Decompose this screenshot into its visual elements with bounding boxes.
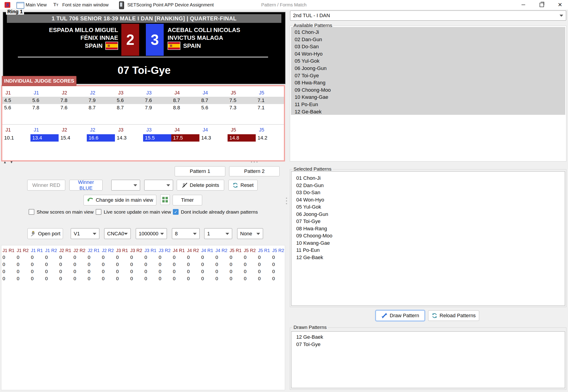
individual-judge-scores-label: INDIVIDUAL JUDGE SCORES [2,76,76,86]
score-combo-2[interactable] [144,180,173,191]
list-item[interactable]: 10 Kwang-Gae [291,239,565,247]
baud-rate-combo[interactable]: 1000000 [136,228,167,239]
list-item[interactable]: 03 Do-San [291,43,565,50]
winner-blue-label: Winner BLUE [71,179,101,191]
pattern2-button[interactable]: Pattern 2 [229,166,280,176]
minimize-button[interactable] [517,0,530,10]
arrow-down-icon: ▼ [10,160,13,164]
winner-red-button[interactable]: Winner RED [27,180,65,191]
drawn-patterns-list[interactable]: 12 Ge-Baek07 Toi-Gye [291,331,565,388]
list-item[interactable]: 07 Toi-Gye [291,72,565,79]
chevron-down-icon [166,184,170,186]
list-item[interactable]: 06 Joong-Gun [291,65,565,72]
list-item[interactable]: 09 Choong-Moo [291,86,565,94]
list-item[interactable]: 05 Yul-Gok [291,203,565,211]
grid-cell: 0 [172,262,186,267]
delete-points-button[interactable]: Delete points [177,180,224,191]
grid-cell: 0 [129,269,143,274]
checkbox-live-score[interactable]: Live score update on main view [96,209,171,215]
list-item[interactable]: 05 Yul-Gok [291,57,565,65]
category-combo[interactable]: 2nd TUL - I DAN [290,11,566,21]
stop-bits-combo[interactable]: 1 [204,228,232,239]
grid-column-header: J2 R2 [72,248,87,253]
score-combo-1[interactable] [111,180,140,191]
menu-device-assignment[interactable]: SETScoring Point APP Device Assignment [127,0,214,10]
total-score-cell: 10.1 [2,135,30,141]
total-score-cell: 14.8 [227,134,256,141]
collapse-arrows[interactable]: ▲▼ [3,160,13,164]
score-cell: 7.1 [256,105,284,111]
judge-column-header: J2 [59,127,87,133]
menu-main-view[interactable]: Main View [26,0,47,10]
grid-column-header: J4 R1 [200,248,214,253]
horizontal-splitter[interactable] [251,161,257,163]
grid-cell: 0 [271,276,285,281]
grid-column-header: J2 R1 [58,248,72,253]
blue-competitor-name: ACEBAL COLLI NICOLAS [168,26,240,34]
list-item[interactable]: 12 Ge-Baek [291,108,565,115]
menu-font-size[interactable]: Font size main window [62,0,108,10]
list-item[interactable]: 01 Chon-Ji [291,28,565,36]
delete-points-icon [182,182,188,188]
list-item[interactable]: 03 Do-San [291,189,565,196]
list-item[interactable]: 07 Toi-Gye [291,218,565,225]
judge-column-header: J4 [171,90,199,96]
list-item[interactable]: 11 Po-Eun [291,247,565,254]
red-score: 2 [121,24,139,56]
maximize-button[interactable] [535,0,549,10]
reload-patterns-button[interactable]: Reload Patterns [428,310,479,321]
winner-blue-button[interactable]: Winner BLUE [69,180,103,191]
grid-cell: 0 [15,269,30,274]
draw-pattern-button[interactable]: Draw Pattern [376,310,425,321]
score-cell: 7.6 [143,98,171,103]
grid-cell: 0 [115,276,129,281]
grid-cell: 0 [172,254,186,260]
parity-combo[interactable]: None [237,228,263,239]
grid-cell: 0 [158,254,172,260]
reset-label: Reset [240,182,254,188]
selected-patterns-list[interactable]: 01 Chon-Ji02 Dan-Gun03 Do-San04 Won-Hyo0… [291,171,565,306]
list-item[interactable]: 04 Won-Hyo [291,196,565,204]
checkbox-dont-include-drawn[interactable]: ✓ Dont include already drawn patterns [173,209,258,215]
list-item[interactable]: 02 Dan-Gun [291,182,565,189]
port-name-combo[interactable]: CNCA0 [104,228,131,239]
list-item[interactable]: 08 Hwa-Rang [291,225,565,232]
reset-button[interactable]: Reset [228,180,257,191]
list-item[interactable]: 10 Kwang-Gae [291,94,565,101]
green-squares-icon [162,197,168,202]
change-side-button[interactable]: Change side in main view [84,195,156,205]
total-score-cell: 16.6 [87,134,115,141]
vertical-splitter[interactable] [286,198,287,204]
port-version-combo[interactable]: V1 [71,228,99,239]
grid-cell: 0 [228,269,243,274]
available-patterns-list[interactable]: 01 Chon-Ji02 Dan-Gun03 Do-San04 Won-Hyo0… [291,27,565,115]
grid-cell: 0 [115,262,129,267]
list-item[interactable]: 01 Chon-Ji [291,174,565,182]
drawn-patterns-label: Drawn Patterns [292,324,328,330]
screen-layout-button[interactable] [160,194,170,205]
list-item[interactable]: 08 Hwa-Rang [291,79,565,86]
grid-cell: 0 [214,254,228,260]
grid-cell: 0 [186,269,200,274]
judge-column-header: J1 [30,90,59,96]
list-item[interactable]: 06 Joong-Gun [291,211,565,218]
device-data-grid: J1 R1J1 R2J1 R1J1 R2J2 R1J2 R2J2 R1J2 R2… [1,245,285,390]
open-port-button[interactable]: Open port [28,228,63,239]
checkbox-show-scores[interactable]: Show scores on main view [29,209,94,215]
reload-patterns-label: Reload Patterns [440,313,476,319]
list-item[interactable]: 02 Dan-Gun [291,36,565,43]
main-view-icon [16,2,24,9]
list-item[interactable]: 09 Choong-Moo [291,232,565,239]
timer-button[interactable]: Timer [173,195,202,205]
judge-column-header: J5 [227,127,256,133]
list-item[interactable]: 12 Ge-Baek [291,334,565,341]
list-item[interactable]: 07 Toi-Gye [291,341,565,348]
list-item[interactable]: 12 Ge-Baek [291,254,565,261]
list-item[interactable]: 11 Po-Eun [291,101,565,108]
pattern1-button[interactable]: Pattern 1 [175,166,225,176]
data-bits-combo[interactable]: 8 [172,228,200,239]
match-title: 1 TUL 706 SENIOR 18-39 MALE I DAN [RANKI… [7,14,281,23]
list-item[interactable]: 04 Won-Hyo [291,50,565,58]
grid-cell: 0 [200,262,214,267]
close-button[interactable]: ✕ [553,0,567,10]
